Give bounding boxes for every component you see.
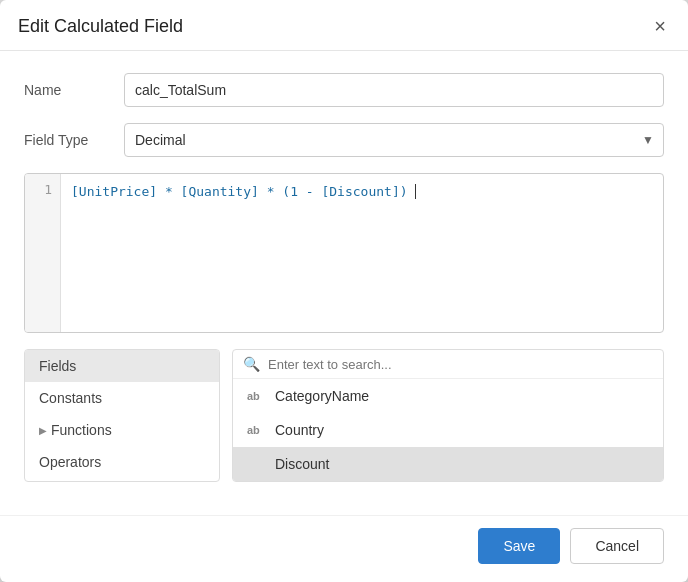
field-type-select[interactable]: Decimal Integer String Boolean DateTime bbox=[124, 123, 664, 157]
save-button[interactable]: Save bbox=[478, 528, 560, 564]
field-item-country[interactable]: ab Country bbox=[233, 413, 663, 447]
name-field-wrapper bbox=[124, 73, 664, 107]
search-input[interactable] bbox=[268, 357, 653, 372]
sidebar-item-fields[interactable]: Fields bbox=[25, 350, 219, 382]
sidebar-item-constants[interactable]: Constants bbox=[25, 382, 219, 414]
sidebar-item-operators[interactable]: Operators bbox=[25, 446, 219, 478]
field-item-categoryname[interactable]: ab CategoryName bbox=[233, 379, 663, 413]
right-panel: 🔍 ab CategoryName ab Country Discount bbox=[232, 349, 664, 482]
dialog-title: Edit Calculated Field bbox=[18, 16, 183, 37]
field-type-row: Field Type Decimal Integer String Boolea… bbox=[24, 123, 664, 157]
operators-label: Operators bbox=[39, 454, 101, 470]
code-content-area[interactable]: [UnitPrice] * [Quantity] * (1 - [Discoun… bbox=[61, 174, 663, 332]
field-type-ab-1: ab bbox=[247, 390, 267, 402]
field-type-ab-2: ab bbox=[247, 424, 267, 436]
functions-label: Functions bbox=[51, 422, 112, 438]
field-list: ab CategoryName ab Country Discount bbox=[233, 379, 663, 481]
line-numbers: 1 bbox=[25, 174, 61, 332]
cursor bbox=[408, 184, 417, 199]
sidebar-item-functions[interactable]: ▶ Functions bbox=[25, 414, 219, 446]
field-type-label: Field Type bbox=[24, 132, 124, 148]
field-item-discount[interactable]: Discount bbox=[233, 447, 663, 481]
field-type-wrapper: Decimal Integer String Boolean DateTime … bbox=[124, 123, 664, 157]
close-button[interactable]: × bbox=[650, 14, 670, 38]
edit-calculated-field-dialog: Edit Calculated Field × Name Field Type … bbox=[0, 0, 688, 582]
bottom-panel: Fields Constants ▶ Functions Operators 🔍 bbox=[24, 349, 664, 482]
code-editor[interactable]: 1 [UnitPrice] * [Quantity] * (1 - [Disco… bbox=[24, 173, 664, 333]
dialog-body: Name Field Type Decimal Integer String B… bbox=[0, 51, 688, 515]
name-input[interactable] bbox=[124, 73, 664, 107]
search-icon: 🔍 bbox=[243, 356, 260, 372]
cancel-button[interactable]: Cancel bbox=[570, 528, 664, 564]
name-row: Name bbox=[24, 73, 664, 107]
field-name-discount: Discount bbox=[275, 456, 329, 472]
dialog-footer: Save Cancel bbox=[0, 515, 688, 582]
constants-label: Constants bbox=[39, 390, 102, 406]
name-label: Name bbox=[24, 82, 124, 98]
arrow-icon: ▶ bbox=[39, 425, 47, 436]
left-panel: Fields Constants ▶ Functions Operators bbox=[24, 349, 220, 482]
code-text: [UnitPrice] * [Quantity] * (1 - [Discoun… bbox=[71, 184, 408, 199]
search-bar: 🔍 bbox=[233, 350, 663, 379]
field-name-country: Country bbox=[275, 422, 324, 438]
field-name-categoryname: CategoryName bbox=[275, 388, 369, 404]
line-number-1: 1 bbox=[44, 182, 52, 197]
dialog-header: Edit Calculated Field × bbox=[0, 0, 688, 51]
fields-label: Fields bbox=[39, 358, 76, 374]
